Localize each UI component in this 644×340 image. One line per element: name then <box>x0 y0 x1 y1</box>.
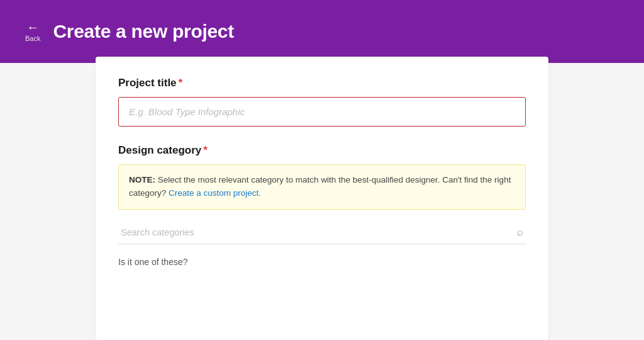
project-title-input[interactable] <box>118 97 526 127</box>
project-title-label: Project title* <box>118 77 526 89</box>
back-arrow-icon: ← <box>26 21 39 33</box>
search-icon: ⌕ <box>517 226 523 239</box>
create-custom-project-link[interactable]: Create a custom project. <box>169 188 261 198</box>
project-title-group: Project title* <box>118 77 526 127</box>
note-bold: NOTE: <box>129 175 155 184</box>
suggest-text: Is it one of these? <box>118 257 526 267</box>
search-categories-input[interactable] <box>121 227 517 237</box>
content-area: Project title* Design category* NOTE: Se… <box>0 63 644 340</box>
page-title: Create a new project <box>53 21 233 42</box>
back-button[interactable]: ← Back <box>25 21 40 42</box>
page-wrapper: ← Back Create a new project Project titl… <box>0 0 644 340</box>
design-category-group: Design category* NOTE: Select the most r… <box>118 144 526 267</box>
note-box: NOTE: Select the most relevant category … <box>118 164 526 210</box>
form-card: Project title* Design category* NOTE: Se… <box>96 57 548 340</box>
required-star: * <box>179 77 183 89</box>
header: ← Back Create a new project <box>0 0 644 63</box>
required-star-category: * <box>203 144 208 157</box>
back-label: Back <box>25 35 40 42</box>
design-category-label: Design category* <box>118 144 526 157</box>
search-wrapper: ⌕ <box>118 221 526 244</box>
